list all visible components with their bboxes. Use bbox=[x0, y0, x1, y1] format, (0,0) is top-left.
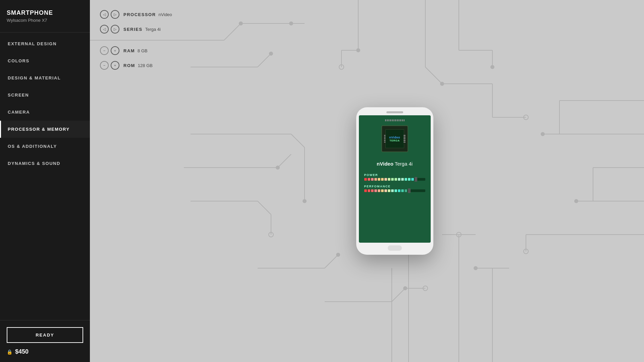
power-segment bbox=[394, 178, 397, 181]
power-segment bbox=[411, 178, 414, 181]
perf-segment bbox=[374, 189, 377, 192]
phone-mockup: nVideo TERGA nVideo Terga 4i bbox=[356, 107, 433, 255]
spec-controls-panel: ◁ ▷ PROCESSOR nVideo ◁ ▷ SERIES Terga 4i… bbox=[100, 10, 172, 76]
sidebar-item-external-design[interactable]: EXTERNAL DESIGN bbox=[0, 35, 90, 52]
power-segment bbox=[378, 178, 380, 181]
power-segment bbox=[364, 178, 367, 181]
ram-row: − + RAM 8 GB bbox=[100, 46, 172, 55]
sidebar-item-colors[interactable]: COLORS bbox=[0, 52, 90, 69]
performance-stat: PERFOMANCE bbox=[364, 185, 425, 192]
power-segment bbox=[401, 178, 404, 181]
price-display: 🔒 $450 bbox=[7, 348, 83, 355]
series-row: ◁ ▷ SERIES Terga 4i bbox=[100, 25, 172, 34]
ram-decrease-button[interactable]: − bbox=[100, 46, 109, 55]
power-label: POWER bbox=[364, 173, 425, 177]
chip-brand-text: nVideo bbox=[389, 136, 400, 139]
perf-segment bbox=[371, 189, 374, 192]
perf-segment bbox=[388, 189, 390, 192]
processor-brand-bold: nVideo bbox=[377, 161, 393, 167]
phone-bottom-bezel bbox=[359, 245, 431, 251]
power-segment bbox=[408, 178, 411, 181]
app-title: SMARTPHONE bbox=[7, 9, 83, 16]
series-controls: ◁ ▷ bbox=[100, 25, 119, 34]
processor-display-name: nVideo Terga 4i bbox=[377, 161, 413, 167]
price-icon: 🔒 bbox=[7, 349, 12, 355]
svg-point-27 bbox=[276, 166, 279, 169]
chip-model-text: TERGA bbox=[389, 139, 400, 142]
rom-controls: − + bbox=[100, 61, 119, 70]
svg-point-4 bbox=[239, 22, 243, 25]
perf-segment bbox=[401, 189, 404, 192]
processor-spec-group: ◁ ▷ PROCESSOR nVideo ◁ ▷ SERIES Terga 4i bbox=[100, 10, 172, 34]
perf-segment bbox=[398, 189, 400, 192]
power-segment bbox=[405, 178, 407, 181]
power-bar bbox=[364, 178, 425, 181]
price-value: $450 bbox=[15, 348, 29, 355]
chip-visual: nVideo TERGA bbox=[378, 122, 412, 156]
sidebar-item-screen[interactable]: SCREEN bbox=[0, 86, 90, 104]
svg-point-43 bbox=[541, 132, 544, 136]
series-prev-button[interactable]: ◁ bbox=[100, 25, 109, 34]
processor-value: nVideo bbox=[159, 12, 172, 17]
main-area: ◁ ▷ PROCESSOR nVideo ◁ ▷ SERIES Terga 4i… bbox=[90, 0, 644, 362]
sidebar-item-processor-memory[interactable]: PROCESSOR & MEMORY bbox=[0, 121, 90, 138]
chip-right-pins bbox=[404, 135, 406, 143]
power-segment bbox=[381, 178, 384, 181]
power-segment bbox=[398, 178, 400, 181]
series-next-button[interactable]: ▷ bbox=[111, 25, 119, 34]
phone-speaker bbox=[386, 111, 403, 113]
processor-row: ◁ ▷ PROCESSOR nVideo bbox=[100, 10, 172, 19]
rom-increase-button[interactable]: + bbox=[111, 61, 119, 70]
rom-decrease-button[interactable]: − bbox=[100, 61, 109, 70]
sidebar: SMARTPHONE Wylsacom Phone X7 EXTERNAL DE… bbox=[0, 0, 90, 362]
perf-segment bbox=[405, 189, 407, 192]
svg-point-13 bbox=[440, 82, 444, 85]
power-segment bbox=[368, 178, 370, 181]
phone-home-button bbox=[388, 245, 402, 251]
svg-point-34 bbox=[336, 253, 340, 256]
sidebar-item-dynamics-sound[interactable]: DYNAMICS & SOUND bbox=[0, 155, 90, 172]
memory-spec-group: − + RAM 8 GB − + ROM 128 GB bbox=[100, 46, 172, 70]
perf-segment bbox=[384, 189, 387, 192]
ram-controls: − + bbox=[100, 46, 119, 55]
rom-row: − + ROM 128 GB bbox=[100, 61, 172, 70]
ram-increase-button[interactable]: + bbox=[111, 46, 119, 55]
sidebar-item-os-additionaly[interactable]: OS & ADDITIONALY bbox=[0, 138, 90, 155]
processor-label: PROCESSOR bbox=[123, 12, 156, 17]
series-label: SERIES bbox=[123, 27, 143, 32]
processor-prev-button[interactable]: ◁ bbox=[100, 10, 109, 19]
app-subtitle: Wylsacom Phone X7 bbox=[7, 18, 83, 23]
power-stat: POWER bbox=[364, 173, 425, 181]
perf-segment bbox=[378, 189, 380, 192]
sidebar-footer: READY 🔒 $450 bbox=[0, 320, 90, 362]
processor-controls: ◁ ▷ bbox=[100, 10, 119, 19]
power-segment bbox=[388, 178, 390, 181]
power-segment bbox=[371, 178, 374, 181]
power-segment bbox=[374, 178, 377, 181]
chip-label: nVideo TERGA bbox=[389, 136, 400, 142]
sidebar-item-camera[interactable]: CAMERA bbox=[0, 104, 90, 121]
perf-segment bbox=[368, 189, 370, 192]
power-bar-fill bbox=[364, 178, 414, 181]
svg-point-65 bbox=[474, 266, 477, 270]
power-segment bbox=[391, 178, 394, 181]
phone-screen: nVideo TERGA nVideo Terga 4i bbox=[359, 115, 431, 243]
svg-point-20 bbox=[491, 65, 494, 69]
sidebar-header: SMARTPHONE Wylsacom Phone X7 bbox=[0, 0, 90, 33]
ready-button[interactable]: READY bbox=[7, 327, 83, 343]
perf-segment bbox=[394, 189, 397, 192]
chip-body: nVideo TERGA bbox=[381, 125, 408, 152]
ram-value: 8 GB bbox=[138, 48, 148, 53]
chip-inner: nVideo TERGA bbox=[385, 129, 404, 148]
phone-mockup-container: nVideo TERGA nVideo Terga 4i bbox=[356, 107, 433, 255]
chip-top-pins bbox=[385, 119, 405, 121]
series-value: Terga 4i bbox=[145, 27, 161, 32]
sidebar-item-design-material[interactable]: DESIGN & MATERIAL bbox=[0, 69, 90, 86]
svg-point-47 bbox=[575, 199, 578, 203]
svg-point-9 bbox=[269, 52, 273, 55]
power-bar-handle bbox=[415, 177, 417, 182]
phone-top-bezel bbox=[359, 111, 431, 113]
perf-segment bbox=[391, 189, 394, 192]
rom-value: 128 GB bbox=[138, 63, 153, 68]
processor-next-button[interactable]: ▷ bbox=[111, 10, 119, 19]
